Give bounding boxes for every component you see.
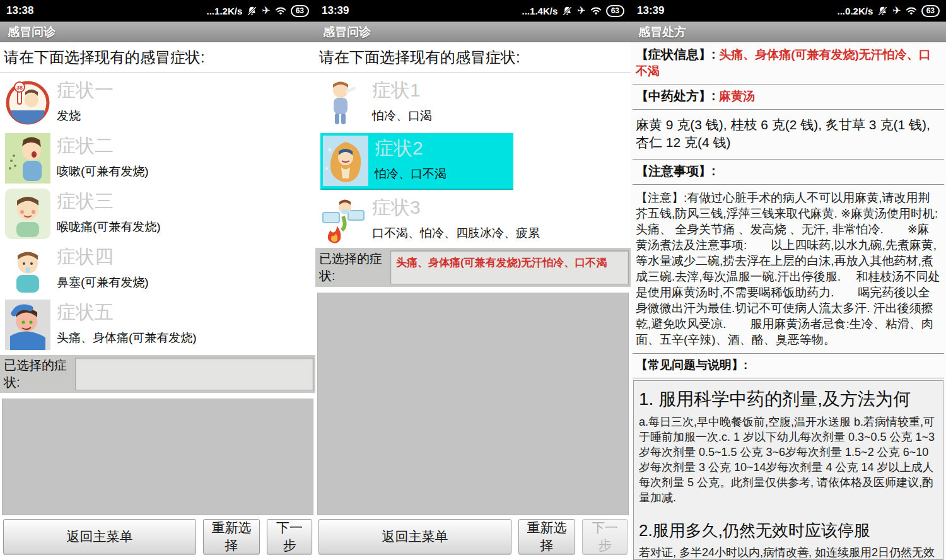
phone-panel-2: 13:39 ...1.4K/s ✈ 63 感冒问诊 请在下面选择现有的感冒症状:… bbox=[315, 0, 631, 560]
symptom-image-headache bbox=[5, 300, 50, 350]
symptom-image-fire-and-ice bbox=[320, 195, 366, 245]
symptom-image-sore-throat bbox=[5, 189, 50, 239]
back-to-main-menu-button[interactable]: 返回主菜单 bbox=[3, 519, 196, 554]
symptom-image-cough bbox=[5, 133, 50, 184]
faq-question-1: 1. 服用科学中药的剂量,及方法为何 bbox=[639, 387, 938, 411]
svg-text:*: * bbox=[328, 146, 332, 156]
selected-symptoms-label: 已选择的症状: bbox=[317, 250, 390, 284]
phone-panel-3: 13:39 ...0.2K/s ✈ 63 感冒处方 【症状信息】: 头痛、身体痛… bbox=[631, 0, 946, 560]
symptom-info-label: 【症状信息】: bbox=[636, 47, 719, 61]
faq-answer-1: a.每日三次,早中晚餐饭前,空腹,温开水送服 b.若病情较重,可于睡前加服一次.… bbox=[639, 414, 938, 505]
net-speed: ...0.2K/s bbox=[838, 6, 873, 16]
symptom-list: 症状1 怕冷、口渴 ** 症状2 怕冷、口不渴 症状3 口不渴、怕冷、四肢冰冷、… bbox=[315, 73, 631, 245]
battery-icon: 63 bbox=[921, 5, 940, 17]
symptom-number: 症状一 bbox=[57, 80, 114, 100]
notes-label-row: 【注意事项】: bbox=[633, 160, 944, 185]
ad-placeholder bbox=[2, 399, 313, 515]
symptom-desc: 咳嗽(可兼有发烧) bbox=[57, 163, 149, 180]
symptom-item-chills-thirsty[interactable]: 症状1 怕冷、口渴 bbox=[320, 78, 631, 128]
mute-bell-icon bbox=[562, 6, 573, 16]
ad-placeholder bbox=[317, 293, 629, 515]
symptom-number: 症状3 bbox=[372, 197, 540, 218]
prescription-ingredients: 麻黄 9 克(3 钱), 桂枝 6 克(2 钱), 炙甘草 3 克(1 钱), … bbox=[633, 110, 944, 160]
prescription-name-row: 【中药处方】: 麻黄汤 bbox=[633, 85, 944, 110]
status-bar: 13:39 ...1.4K/s ✈ 63 bbox=[315, 0, 631, 21]
selected-symptoms-value bbox=[75, 358, 313, 390]
symptom-image-stuffy-nose bbox=[5, 244, 50, 295]
reselect-button[interactable]: 重新选择 bbox=[518, 519, 575, 554]
symptom-image-blanket: ** bbox=[323, 136, 368, 186]
symptom-item-fever[interactable]: 38 症状一 发烧 bbox=[5, 78, 315, 128]
symptom-number: 症状四 bbox=[57, 247, 149, 267]
symptom-list: 38 症状一 发烧 症状二 咳嗽(可兼有发烧) 症状三 喉咙痛(可兼有发烧) bbox=[0, 73, 315, 350]
faq-answer-2: 若对证, 多半24小时以内,病情改善, 如连续服用2日仍然无效时,应该转方或停服… bbox=[639, 545, 938, 560]
status-time: 13:39 bbox=[322, 4, 349, 17]
mute-bell-icon bbox=[877, 6, 888, 16]
app-title: 感冒问诊 bbox=[323, 24, 371, 40]
faq-box: 1. 服用科学中药的剂量,及方法为何 a.每日三次,早中晚餐饭前,空腹,温开水送… bbox=[633, 380, 943, 560]
back-to-main-menu-button[interactable]: 返回主菜单 bbox=[318, 519, 511, 554]
reselect-button[interactable]: 重新选择 bbox=[203, 519, 260, 554]
symptom-desc: 喉咙痛(可兼有发烧) bbox=[57, 219, 161, 235]
symptom-number: 症状三 bbox=[57, 191, 161, 211]
symptom-item-sore-throat[interactable]: 症状三 喉咙痛(可兼有发烧) bbox=[5, 189, 315, 239]
mute-bell-icon bbox=[247, 6, 257, 16]
page-heading: 请在下面选择现有的感冒症状: bbox=[0, 42, 315, 73]
selected-symptoms-bar: 已选择的症状: 头痛、身体痛(可兼有发烧)无汗怕冷、口不渴 bbox=[315, 248, 631, 287]
symptom-desc: 头痛、身体痛(可兼有发烧) bbox=[57, 330, 197, 346]
net-speed: ...1.2K/s bbox=[207, 6, 243, 16]
selected-symptoms-bar: 已选择的症状: bbox=[0, 355, 315, 393]
status-icons: ...1.2K/s ✈ 63 bbox=[207, 5, 309, 17]
selected-symptoms-label: 已选择的症状: bbox=[2, 357, 75, 391]
symptom-desc: 发烧 bbox=[57, 108, 114, 124]
status-time: 13:39 bbox=[637, 4, 664, 17]
symptom-desc: 怕冷、口不渴 bbox=[375, 166, 447, 182]
symptom-item-chills-not-thirsty-selected[interactable]: ** 症状2 怕冷、口不渴 bbox=[320, 133, 513, 190]
wifi-icon bbox=[906, 6, 917, 15]
app-title-bar: 感冒处方 bbox=[631, 21, 946, 42]
selected-symptoms-value: 头痛、身体痛(可兼有发烧)无汗怕冷、口不渴 bbox=[390, 250, 629, 284]
faq-label-row: 【常见问题与说明】: bbox=[633, 354, 944, 378]
airplane-icon: ✈ bbox=[892, 6, 901, 16]
status-icons: ...1.4K/s ✈ 63 bbox=[522, 5, 624, 17]
next-step-button-disabled[interactable]: 下一步 bbox=[582, 519, 628, 554]
symptom-number: 症状1 bbox=[372, 80, 432, 100]
symptom-item-stuffy-nose[interactable]: 症状四 鼻塞(可兼有发烧) bbox=[5, 244, 315, 295]
symptom-image-sneeze bbox=[320, 78, 366, 128]
faq-question-2: 2.服用多久,仍然无效时应该停服 bbox=[639, 520, 938, 542]
status-bar: 13:38 ...1.2K/s ✈ 63 bbox=[0, 0, 315, 21]
notes-text: 【注意】:有做过心脏手术的病人不可以用麻黄,请改用荆芥五钱,防风三钱,浮萍三钱来… bbox=[633, 185, 944, 354]
app-title: 感冒处方 bbox=[638, 24, 686, 40]
airplane-icon: ✈ bbox=[262, 6, 270, 16]
symptom-image-fever: 38 bbox=[5, 78, 50, 128]
page-heading: 请在下面选择现有的感冒症状: bbox=[315, 42, 631, 73]
symptom-desc: 怕冷、口渴 bbox=[372, 108, 432, 124]
symptom-item-cough[interactable]: 症状二 咳嗽(可兼有发烧) bbox=[5, 133, 315, 184]
symptom-item-headache[interactable]: 症状五 头痛、身体痛(可兼有发烧) bbox=[5, 300, 315, 350]
bottom-button-bar: 返回主菜单 重新选择 下一步 bbox=[0, 515, 315, 560]
prescription-label: 【中药处方】: bbox=[636, 89, 719, 103]
wifi-icon bbox=[590, 6, 602, 15]
symptom-desc: 口不渴、怕冷、四肢冰冷、疲累 bbox=[372, 225, 540, 242]
battery-icon: 63 bbox=[606, 5, 624, 17]
net-speed: ...1.4K/s bbox=[522, 6, 558, 16]
symptom-item-cold-limbs[interactable]: 症状3 口不渴、怕冷、四肢冰冷、疲累 bbox=[320, 195, 631, 245]
wifi-icon bbox=[275, 6, 286, 15]
app-title-bar: 感冒问诊 bbox=[315, 21, 631, 42]
status-bar: 13:39 ...0.2K/s ✈ 63 bbox=[631, 0, 946, 21]
symptom-number: 症状2 bbox=[375, 138, 447, 158]
symptom-info-row: 【症状信息】: 头痛、身体痛(可兼有发烧)无汗怕冷、口不渴 bbox=[633, 43, 944, 85]
svg-text:38: 38 bbox=[16, 85, 23, 91]
symptom-desc: 鼻塞(可兼有发烧) bbox=[57, 274, 149, 291]
svg-text:*: * bbox=[325, 166, 328, 173]
faq-label: 【常见问题与说明】: bbox=[636, 358, 747, 371]
next-step-button[interactable]: 下一步 bbox=[267, 519, 312, 554]
bottom-button-bar: 返回主菜单 重新选择 下一步 bbox=[315, 515, 631, 560]
app-title-bar: 感冒问诊 bbox=[0, 21, 315, 42]
app-title: 感冒问诊 bbox=[8, 24, 55, 40]
symptom-number: 症状五 bbox=[57, 302, 197, 322]
status-icons: ...0.2K/s ✈ 63 bbox=[838, 5, 940, 17]
prescription-name: 麻黄汤 bbox=[719, 90, 755, 103]
battery-icon: 63 bbox=[291, 5, 309, 17]
prescription-body: 【症状信息】: 头痛、身体痛(可兼有发烧)无汗怕冷、口不渴 【中药处方】: 麻黄… bbox=[631, 42, 946, 560]
